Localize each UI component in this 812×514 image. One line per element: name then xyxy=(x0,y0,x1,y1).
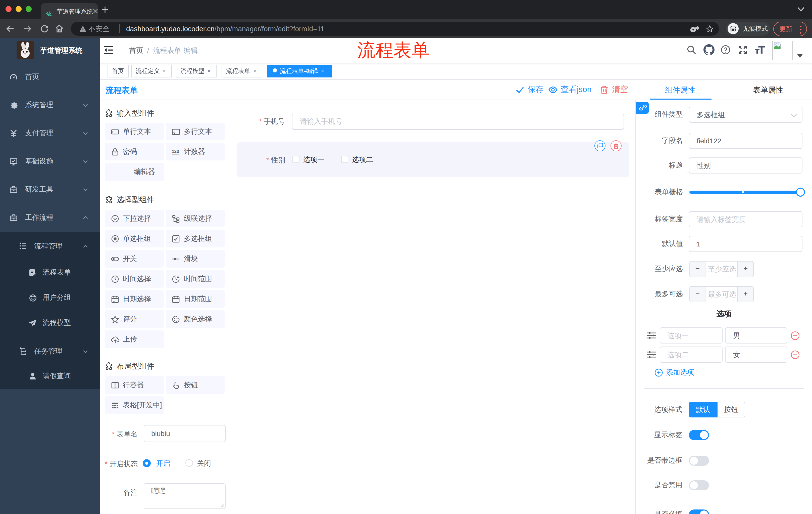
svg-text:123: 123 xyxy=(172,149,179,154)
